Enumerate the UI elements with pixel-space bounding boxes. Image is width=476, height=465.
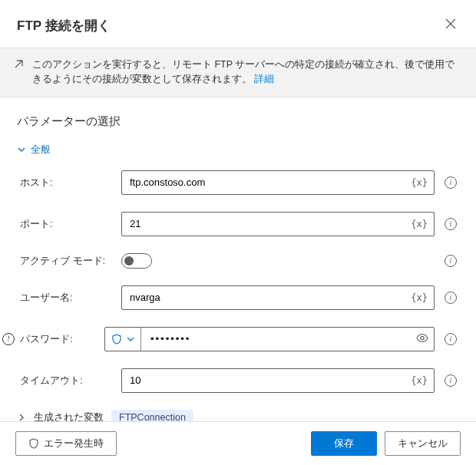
info-banner: このアクションを実行すると、リモート FTP サーバーへの特定の接続が確立され、… [0,48,476,97]
dialog-footer: エラー発生時 保存 キャンセル [0,421,476,465]
dialog-title: FTP 接続を開く [17,17,111,35]
shield-outline-icon [28,438,39,449]
info-icon[interactable]: i [445,374,457,387]
port-label: ポート: [17,217,121,231]
password-label: パスワード: [17,332,104,346]
chevron-right-icon [17,413,26,422]
on-error-label: エラー発生時 [44,437,104,450]
port-input[interactable] [122,213,434,236]
info-icon[interactable]: i [445,255,457,267]
section-title: パラメーターの選択 [17,114,459,129]
host-label: ホスト: [17,176,121,190]
banner-link[interactable]: 詳細 [254,74,274,84]
cancel-button[interactable]: キャンセル [385,431,461,456]
user-label: ユーザー名: [17,291,121,305]
active-mode-label: アクティブ モード: [17,254,121,268]
svg-point-0 [421,336,424,339]
host-input[interactable] [122,171,434,194]
external-link-icon [12,58,25,71]
warning-icon[interactable]: ! [2,333,15,345]
active-mode-toggle[interactable] [121,253,152,269]
info-icon[interactable]: i [445,176,457,189]
timeout-label: タイムアウト: [17,374,121,388]
group-general-label: 全般 [31,143,51,157]
close-button[interactable] [442,15,459,35]
info-icon[interactable]: i [445,218,457,230]
password-secure-picker[interactable] [105,328,141,351]
eye-icon [416,331,428,344]
group-general-header[interactable]: 全般 [17,143,459,157]
reveal-password-button[interactable] [416,331,428,346]
chevron-down-icon [17,145,26,154]
toggle-knob [124,256,134,265]
timeout-input[interactable] [122,369,434,392]
banner-text: このアクションを実行すると、リモート FTP サーバーへの特定の接続が確立され、… [32,59,455,84]
info-icon[interactable]: i [445,292,457,304]
close-icon [445,18,456,29]
shield-icon [111,334,122,345]
info-icon[interactable]: i [445,333,457,345]
save-button[interactable]: 保存 [311,431,377,456]
on-error-button[interactable]: エラー発生時 [15,431,117,456]
chevron-down-icon [127,335,134,343]
user-input[interactable] [122,286,434,309]
password-input[interactable] [141,328,434,351]
